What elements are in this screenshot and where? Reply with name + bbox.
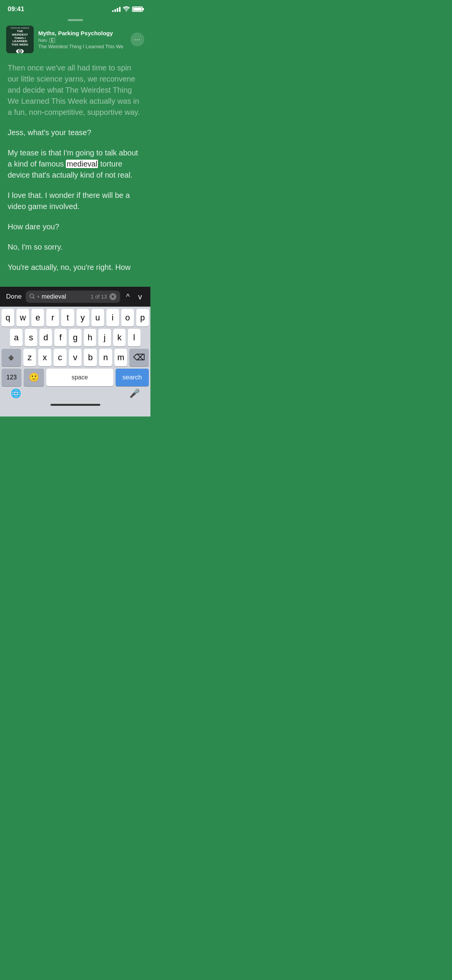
transcript-para-3: My tease is that I'm going to talk about…: [8, 147, 143, 181]
more-dots-icon: ···: [134, 36, 141, 44]
episode-title: Myths, Parking Psychology: [38, 30, 126, 36]
key-d[interactable]: d: [39, 329, 52, 346]
search-icon: [29, 294, 35, 300]
microphone-icon[interactable]: 🎤: [129, 389, 140, 399]
key-e[interactable]: e: [31, 309, 44, 327]
key-j[interactable]: j: [98, 329, 111, 346]
key-i[interactable]: i: [106, 309, 119, 327]
key-a[interactable]: a: [10, 329, 23, 346]
key-p[interactable]: p: [136, 309, 149, 327]
done-button[interactable]: Done: [6, 293, 22, 301]
key-m[interactable]: m: [114, 349, 127, 366]
search-cursor: [37, 296, 39, 298]
key-r[interactable]: r: [46, 309, 59, 327]
transcript-highlight-medieval: medieval: [66, 160, 98, 168]
podcast-eye-icon: [16, 49, 24, 53]
key-f[interactable]: f: [54, 329, 67, 346]
keyboard-row-1: q w e r t y u i o p: [0, 307, 150, 327]
status-bar: 09:41: [0, 0, 150, 16]
podcast-thumbnail: POPULAR SCIENCE THEWEIRDESTTHING ILEARNE…: [6, 26, 34, 53]
shift-key[interactable]: [2, 349, 21, 366]
wifi-icon: [123, 6, 130, 13]
search-input-wrapper[interactable]: medieval 1 of 13 ✕: [26, 291, 120, 303]
globe-icon[interactable]: 🌐: [11, 389, 21, 399]
svg-point-2: [20, 51, 21, 52]
delete-key[interactable]: ⌫: [129, 349, 149, 366]
key-k[interactable]: k: [113, 329, 126, 346]
key-g[interactable]: g: [69, 329, 82, 346]
key-q[interactable]: q: [2, 309, 14, 327]
home-indicator: [0, 402, 150, 409]
search-bar: Done medieval 1 of 13 ✕ ^ v: [0, 287, 150, 307]
search-count: 1 of 13: [91, 294, 107, 300]
key-t[interactable]: t: [61, 309, 74, 327]
key-c[interactable]: c: [54, 349, 67, 366]
search-next-button[interactable]: v: [136, 291, 144, 303]
transcript-para-7: You're actually, no, you're right. How: [8, 262, 143, 273]
key-u[interactable]: u: [91, 309, 104, 327]
status-time: 09:41: [8, 5, 24, 13]
search-input[interactable]: medieval: [42, 293, 88, 300]
transcript-para-4: I love that. I wonder if there will be a…: [8, 190, 143, 212]
svg-line-4: [33, 297, 34, 299]
key-y[interactable]: y: [77, 309, 89, 327]
search-prev-button[interactable]: ^: [124, 291, 132, 303]
drag-handle: [0, 16, 150, 23]
keyboard: q w e r t y u i o p a s d f g h j k l z …: [0, 307, 150, 416]
status-icons: [112, 6, 143, 13]
transcript-para-6: No, I'm so sorry.: [8, 242, 143, 253]
key-b[interactable]: b: [84, 349, 97, 366]
num-key[interactable]: 123: [2, 369, 21, 386]
keyboard-row-4: 123 🙂 space search: [0, 366, 150, 386]
keyboard-row-3: z x c v b n m ⌫: [0, 346, 150, 366]
key-x[interactable]: x: [38, 349, 51, 366]
svg-marker-5: [8, 355, 14, 360]
badge-natu: Natu: [38, 38, 47, 42]
key-o[interactable]: o: [121, 309, 134, 327]
key-z[interactable]: z: [23, 349, 36, 366]
podcast-header: POPULAR SCIENCE THEWEIRDESTTHING ILEARNE…: [0, 23, 150, 58]
transcript-content: Then once we've all had time to spin our…: [0, 58, 150, 287]
key-v[interactable]: v: [69, 349, 82, 366]
transcript-para-1: Then once we've all had time to spin our…: [8, 62, 143, 118]
more-button[interactable]: ···: [131, 33, 144, 46]
transcript-para-5: How dare you?: [8, 221, 143, 232]
emoji-key[interactable]: 🙂: [24, 369, 44, 386]
key-s[interactable]: s: [25, 329, 38, 346]
home-bar: [51, 404, 100, 406]
key-l[interactable]: l: [128, 329, 140, 346]
key-h[interactable]: h: [84, 329, 96, 346]
badge-explicit: E: [49, 38, 55, 43]
search-key[interactable]: search: [116, 369, 149, 386]
key-n[interactable]: n: [99, 349, 112, 366]
podcast-badges: Natu E: [38, 38, 126, 43]
signal-bars-icon: [112, 7, 121, 12]
key-w[interactable]: w: [16, 309, 29, 327]
search-clear-button[interactable]: ✕: [109, 293, 116, 300]
podcast-info: Myths, Parking Psychology Natu E The Wei…: [38, 30, 126, 49]
search-clear-icon: ✕: [111, 294, 114, 299]
show-name: The Weirdest Thing I Learned This We: [38, 44, 126, 49]
podcast-thumb-label: POPULAR SCIENCE THEWEIRDESTTHING ILEARNE…: [9, 26, 31, 48]
keyboard-bottom-bar: 🌐 🎤: [0, 386, 150, 402]
space-key[interactable]: space: [46, 369, 113, 386]
keyboard-row-2: a s d f g h j k l: [0, 327, 150, 346]
battery-icon: [132, 7, 143, 12]
transcript-para-2: Jess, what's your tease?: [8, 127, 143, 138]
